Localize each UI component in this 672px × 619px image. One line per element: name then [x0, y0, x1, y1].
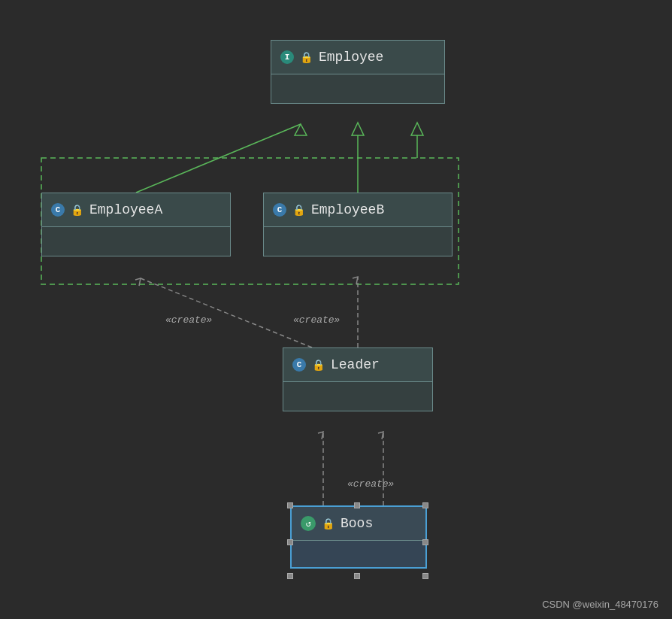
employee-label: Employee — [319, 50, 383, 65]
handle-br[interactable] — [422, 573, 428, 579]
watermark: CSDN @weixin_48470176 — [542, 599, 658, 610]
employee-box[interactable]: I 🔒 Employee — [271, 40, 445, 104]
employee-header: I 🔒 Employee — [271, 41, 444, 74]
leader-box[interactable]: C 🔒 Leader — [283, 347, 433, 411]
employeeB-header: C 🔒 EmployeeB — [264, 193, 452, 227]
create-label-2: «create» — [293, 314, 340, 326]
create-label-1: «create» — [165, 314, 212, 326]
boos-label: Boos — [341, 516, 373, 531]
employee-body — [271, 74, 444, 103]
boos-badge: ↺ — [301, 516, 316, 531]
handle-ml[interactable] — [287, 539, 293, 545]
employeeA-badge: C — [51, 203, 65, 217]
leader-lock-icon: 🔒 — [312, 359, 325, 372]
employeeB-body — [264, 227, 452, 256]
handle-bc[interactable] — [354, 573, 360, 579]
employeeA-box[interactable]: C 🔒 EmployeeA — [41, 193, 231, 256]
employee-badge: I — [280, 50, 294, 64]
svg-marker-4 — [352, 123, 364, 135]
employeeA-label: EmployeeA — [89, 202, 162, 217]
leader-header: C 🔒 Leader — [283, 348, 432, 382]
employeeB-box[interactable]: C 🔒 EmployeeB — [263, 193, 453, 256]
svg-line-7 — [141, 278, 312, 347]
boos-lock-icon: 🔒 — [322, 517, 334, 530]
diagram-container: I 🔒 Employee C 🔒 EmployeeA C 🔒 EmployeeB… — [0, 0, 672, 619]
leader-label: Leader — [331, 357, 380, 372]
leader-badge: C — [292, 358, 306, 372]
handle-mr[interactable] — [422, 539, 428, 545]
svg-marker-6 — [411, 123, 423, 135]
handle-tr[interactable] — [422, 502, 428, 508]
employee-lock-icon: 🔒 — [300, 51, 313, 64]
handle-tl[interactable] — [287, 502, 293, 508]
employeeA-lock-icon: 🔒 — [71, 204, 83, 217]
handle-tc[interactable] — [354, 502, 360, 508]
boos-box[interactable]: ↺ 🔒 Boos — [290, 505, 427, 569]
create-label-3: «create» — [347, 478, 394, 490]
svg-line-1 — [136, 124, 301, 193]
leader-body — [283, 382, 432, 411]
employeeB-lock-icon: 🔒 — [292, 204, 305, 217]
svg-marker-2 — [295, 124, 307, 135]
employeeA-body — [42, 227, 230, 256]
boos-header: ↺ 🔒 Boos — [292, 507, 425, 541]
employeeB-label: EmployeeB — [311, 202, 384, 217]
handle-bl[interactable] — [287, 573, 293, 579]
employeeB-badge: C — [273, 203, 286, 217]
boos-body — [292, 541, 425, 567]
employeeA-header: C 🔒 EmployeeA — [42, 193, 230, 227]
